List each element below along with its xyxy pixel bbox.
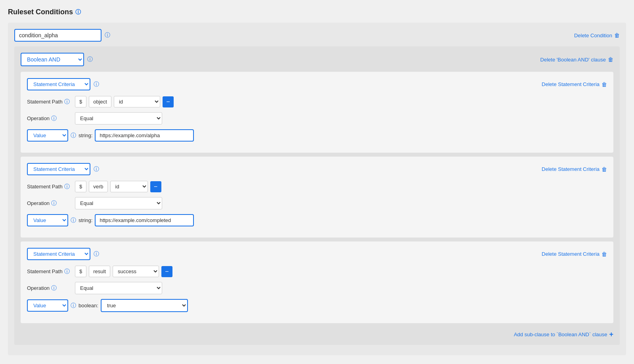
criteria-1-remove-path-button[interactable]: −	[163, 96, 174, 107]
criteria-3-value-info-icon[interactable]: ⓘ	[71, 302, 76, 309]
criteria-3-path-part1: result	[89, 266, 110, 277]
criteria-2-operation-select[interactable]: Equal Not Equal Contains Starts With End…	[75, 197, 162, 209]
boolean-type-select[interactable]: Boolean AND Boolean OR	[21, 53, 84, 66]
criteria-2-value-type-select[interactable]: Value Reference	[27, 214, 68, 226]
criteria-2-path-part1: verb	[89, 181, 107, 192]
criteria-2-dollar: $	[75, 181, 86, 192]
criteria-2-value-input[interactable]	[95, 214, 194, 226]
criteria-1-header: Statement Criteria ⓘ Delete Statement Cr…	[27, 78, 607, 90]
criteria-3-path-part2-select[interactable]: success completion score	[113, 266, 159, 277]
page-title: Ruleset Conditions	[8, 8, 73, 16]
criteria-card-2: Statement Criteria ⓘ Delete Statement Cr…	[21, 157, 613, 238]
criteria-3-value-type-select[interactable]: Value Reference	[27, 299, 68, 312]
condition-card: ⓘ Delete Condition 🗑 Boolean AND Boolean…	[8, 23, 626, 355]
add-subclause-plus-icon: +	[609, 330, 613, 339]
boolean-and-header-left: Boolean AND Boolean OR ⓘ	[21, 53, 93, 66]
criteria-3-remove-path-button[interactable]: −	[161, 266, 172, 277]
criteria-1-path-part2-select[interactable]: id display objectType	[114, 96, 160, 107]
criteria-2-value-row: Value Reference ⓘ string:	[27, 214, 607, 226]
criteria-1-type-select[interactable]: Statement Criteria	[27, 78, 90, 90]
criteria-1-value-row: Value Reference ⓘ string:	[27, 129, 607, 142]
delete-criteria-3-button[interactable]: Delete Statement Criteria 🗑	[542, 251, 607, 257]
criteria-3-operation-label: Operation ⓘ	[27, 285, 73, 292]
criteria-3-boolean-label: boolean:	[79, 303, 98, 308]
criteria-2-operation-row: Operation ⓘ Equal Not Equal Contains Sta…	[27, 197, 607, 209]
criteria-2-header: Statement Criteria ⓘ Delete Statement Cr…	[27, 163, 607, 175]
add-subclause-button[interactable]: Add sub-clause to `Boolean AND` clause +	[514, 330, 613, 339]
delete-boolean-icon: 🗑	[608, 56, 613, 63]
page-title-info-icon[interactable]: ⓘ	[75, 9, 81, 16]
criteria-2-path-row: Statement Path ⓘ $ verb id display −	[27, 181, 607, 192]
condition-header-left: ⓘ	[14, 29, 110, 42]
criteria-3-path-info-icon[interactable]: ⓘ	[64, 268, 70, 275]
criteria-3-path-row: Statement Path ⓘ $ result success comple…	[27, 266, 607, 277]
delete-criteria-2-icon: 🗑	[601, 166, 607, 172]
criteria-1-operation-select[interactable]: Equal Not Equal Contains Starts With End…	[75, 112, 162, 125]
criteria-1-dollar: $	[75, 96, 86, 107]
criteria-2-remove-path-button[interactable]: −	[150, 181, 161, 192]
boolean-and-header: Boolean AND Boolean OR ⓘ Delete 'Boolean…	[21, 53, 613, 66]
criteria-2-path-label: Statement Path ⓘ	[27, 183, 73, 190]
criteria-3-header: Statement Criteria ⓘ Delete Statement Cr…	[27, 248, 607, 260]
delete-criteria-1-icon: 🗑	[601, 81, 607, 88]
criteria-3-value-row: Value Reference ⓘ boolean: true false	[27, 299, 607, 312]
page-title-area: Ruleset Conditions ⓘ	[8, 8, 626, 16]
criteria-2-type-select[interactable]: Statement Criteria	[27, 163, 90, 175]
criteria-2-string-label: string:	[79, 217, 92, 223]
criteria-1-value-input[interactable]	[95, 129, 194, 142]
criteria-card-1: Statement Criteria ⓘ Delete Statement Cr…	[21, 72, 613, 153]
criteria-2-path-part2-select[interactable]: id display	[110, 181, 148, 192]
criteria-1-value-info-icon[interactable]: ⓘ	[71, 132, 76, 139]
criteria-2-value-info-icon[interactable]: ⓘ	[71, 217, 76, 224]
criteria-3-boolean-select[interactable]: true false	[101, 299, 188, 312]
add-subclause-row: Add sub-clause to `Boolean AND` clause +	[21, 327, 613, 339]
criteria-1-path-row: Statement Path ⓘ $ object id display obj…	[27, 96, 607, 107]
boolean-and-info-icon[interactable]: ⓘ	[87, 56, 93, 63]
criteria-3-operation-row: Operation ⓘ Equal Not Equal Contains Sta…	[27, 282, 607, 294]
criteria-card-3: Statement Criteria ⓘ Delete Statement Cr…	[21, 241, 613, 323]
boolean-and-card: Boolean AND Boolean OR ⓘ Delete 'Boolean…	[14, 46, 620, 345]
criteria-3-operation-select[interactable]: Equal Not Equal Contains Starts With End…	[75, 282, 162, 294]
criteria-1-header-left: Statement Criteria ⓘ	[27, 78, 99, 90]
delete-condition-icon: 🗑	[614, 32, 620, 38]
criteria-1-path-part1: object	[89, 96, 111, 107]
delete-boolean-and-button[interactable]: Delete 'Boolean AND' clause 🗑	[540, 56, 613, 63]
criteria-1-operation-row: Operation ⓘ Equal Not Equal Contains Sta…	[27, 112, 607, 125]
delete-criteria-1-button[interactable]: Delete Statement Criteria 🗑	[542, 81, 607, 88]
delete-condition-button[interactable]: Delete Condition 🗑	[574, 32, 620, 38]
criteria-2-path-info-icon[interactable]: ⓘ	[64, 183, 70, 190]
condition-header: ⓘ Delete Condition 🗑	[14, 29, 620, 42]
criteria-3-info-icon[interactable]: ⓘ	[94, 251, 99, 258]
criteria-3-dollar: $	[75, 266, 86, 277]
criteria-3-path-label: Statement Path ⓘ	[27, 268, 73, 275]
criteria-1-path-label: Statement Path ⓘ	[27, 98, 73, 105]
criteria-2-operation-label: Operation ⓘ	[27, 200, 73, 207]
criteria-1-info-icon[interactable]: ⓘ	[94, 81, 99, 88]
delete-criteria-2-button[interactable]: Delete Statement Criteria 🗑	[542, 166, 607, 172]
criteria-2-info-icon[interactable]: ⓘ	[94, 166, 99, 173]
criteria-1-operation-label: Operation ⓘ	[27, 115, 73, 122]
delete-criteria-3-icon: 🗑	[601, 251, 607, 257]
criteria-3-type-select[interactable]: Statement Criteria	[27, 248, 90, 260]
criteria-1-path-info-icon[interactable]: ⓘ	[64, 98, 70, 105]
criteria-3-op-info-icon[interactable]: ⓘ	[51, 285, 57, 292]
condition-name-info-icon[interactable]: ⓘ	[105, 32, 110, 39]
condition-name-input[interactable]	[14, 29, 102, 42]
criteria-2-op-info-icon[interactable]: ⓘ	[51, 200, 57, 207]
criteria-1-value-type-select[interactable]: Value Reference	[27, 129, 68, 142]
criteria-1-string-label: string:	[79, 132, 92, 138]
criteria-3-header-left: Statement Criteria ⓘ	[27, 248, 99, 260]
criteria-1-op-info-icon[interactable]: ⓘ	[51, 115, 57, 122]
criteria-2-header-left: Statement Criteria ⓘ	[27, 163, 99, 175]
